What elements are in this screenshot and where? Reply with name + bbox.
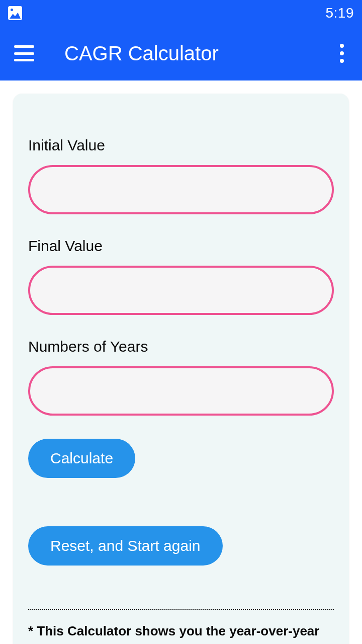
status-time: 5:19 bbox=[326, 5, 354, 21]
input-number-of-years[interactable] bbox=[28, 366, 334, 416]
divider bbox=[28, 609, 334, 610]
status-left bbox=[8, 6, 22, 20]
reset-button[interactable]: Reset, and Start again bbox=[28, 526, 223, 566]
more-options-icon[interactable] bbox=[336, 44, 348, 63]
input-final-value[interactable] bbox=[28, 266, 334, 315]
hamburger-menu-icon[interactable] bbox=[14, 45, 34, 61]
input-initial-value[interactable] bbox=[28, 165, 334, 214]
label-initial-value: Initial Value bbox=[28, 137, 334, 154]
content-area: Initial Value Final Value Numbers of Yea… bbox=[0, 80, 362, 644]
picture-icon bbox=[8, 6, 22, 20]
app-bar: CAGR Calculator bbox=[0, 26, 362, 80]
app-title: CAGR Calculator bbox=[64, 42, 336, 65]
footer-description: * This Calculator shows you the year-ove… bbox=[28, 623, 334, 639]
label-final-value: Final Value bbox=[28, 237, 334, 255]
calculate-button[interactable]: Calculate bbox=[28, 439, 135, 478]
status-bar: 5:19 bbox=[0, 0, 362, 26]
calculator-card: Initial Value Final Value Numbers of Yea… bbox=[13, 94, 349, 644]
label-number-of-years: Numbers of Years bbox=[28, 338, 334, 355]
